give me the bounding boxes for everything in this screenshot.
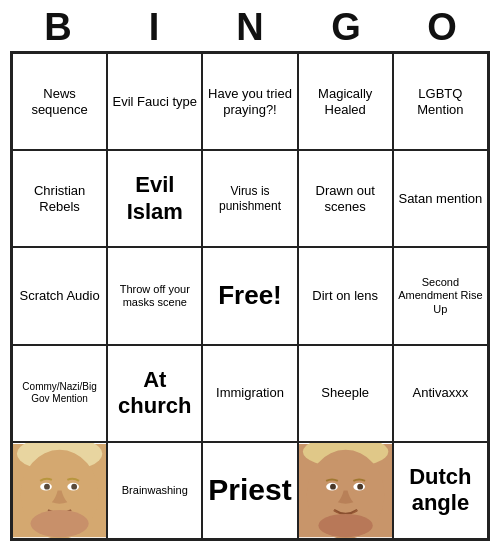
cell-r3c3-free[interactable]: Free!: [202, 247, 297, 344]
cell-r2c5[interactable]: Satan mention: [393, 150, 488, 247]
cell-r4c5[interactable]: Antivaxxx: [393, 345, 488, 442]
cell-r2c1[interactable]: Christian Rebels: [12, 150, 107, 247]
cell-r1c5[interactable]: LGBTQ Mention: [393, 53, 488, 150]
cell-r4c4[interactable]: Sheeple: [298, 345, 393, 442]
cell-r2c2[interactable]: Evil Islam: [107, 150, 202, 247]
cell-r2c3[interactable]: Virus is punishment: [202, 150, 297, 247]
cell-r5c3[interactable]: Priest: [202, 442, 297, 539]
cell-r2c4[interactable]: Drawn out scenes: [298, 150, 393, 247]
svg-point-15: [318, 514, 372, 537]
bingo-header: B I N G O: [10, 0, 490, 51]
cell-r1c1[interactable]: News sequence: [12, 53, 107, 150]
svg-point-6: [71, 484, 77, 490]
letter-g: G: [302, 6, 390, 49]
cell-r1c3[interactable]: Have you tried praying?!: [202, 53, 297, 150]
face-left-svg: [13, 443, 106, 538]
svg-point-7: [30, 510, 88, 537]
letter-n: N: [206, 6, 294, 49]
cell-r5c2[interactable]: Brainwashing: [107, 442, 202, 539]
svg-point-5: [44, 484, 50, 490]
cell-r4c1[interactable]: Commy/Nazi/Big Gov Mention: [12, 345, 107, 442]
cell-r4c3[interactable]: Immigration: [202, 345, 297, 442]
bingo-grid: News sequence Evil Fauci type Have you t…: [10, 51, 490, 541]
cell-r3c2[interactable]: Throw off your masks scene: [107, 247, 202, 344]
letter-o: O: [398, 6, 486, 49]
svg-point-13: [330, 484, 336, 490]
face-right-svg: [299, 443, 392, 538]
cell-r3c1[interactable]: Scratch Audio: [12, 247, 107, 344]
cell-r1c4[interactable]: Magically Healed: [298, 53, 393, 150]
cell-r5c5[interactable]: Dutch angle: [393, 442, 488, 539]
svg-point-14: [357, 484, 363, 490]
cell-r1c2[interactable]: Evil Fauci type: [107, 53, 202, 150]
letter-i: I: [110, 6, 198, 49]
cell-r5c4-face[interactable]: [298, 442, 393, 539]
cell-r5c1-face[interactable]: [12, 442, 107, 539]
cell-r4c2[interactable]: At church: [107, 345, 202, 442]
letter-b: B: [14, 6, 102, 49]
cell-r3c4[interactable]: Dirt on lens: [298, 247, 393, 344]
cell-r3c5[interactable]: Second Amendment Rise Up: [393, 247, 488, 344]
